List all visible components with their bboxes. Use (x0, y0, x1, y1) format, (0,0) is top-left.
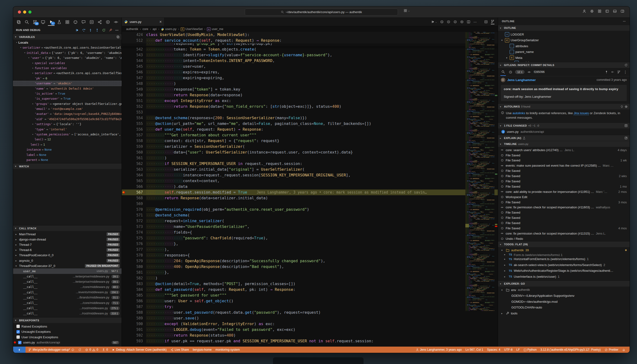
gitlens-section-header[interactable]: ▾GITLENS: INSPECT: COMMIT DETAILS (498, 62, 630, 68)
gutter-glyph-margin[interactable] (122, 327, 127, 332)
variable-row[interactable]: 'username'='akadmin' (13, 81, 122, 86)
code-line[interactable]: 574············fields={ (122, 230, 498, 235)
gutter-glyph-margin[interactable] (122, 58, 127, 64)
gutter-glyph-margin[interactable] (122, 270, 127, 275)
code-line[interactable]: 576············}, (122, 241, 498, 247)
commit-details-tab[interactable] (500, 68, 506, 76)
code-line[interactable]: 586········user: User = self.get_object(… (122, 298, 498, 304)
timeline-item[interactable]: File Saved (498, 168, 630, 174)
variable-row[interactable]: ▸serializer=<authentik.core.api.users.Us… (13, 70, 122, 76)
call-stack-thread[interactable]: ▸Thread-7PAUSED (13, 242, 122, 247)
gutter-glyph-margin[interactable] (122, 218, 127, 224)
autolinks-section-header[interactable]: ▾AUTOLINKS 0 found (498, 104, 630, 110)
gutter-glyph-margin[interactable] (122, 247, 127, 252)
gutter-glyph-margin[interactable] (122, 178, 127, 184)
gutter-glyph-margin[interactable] (122, 110, 127, 115)
statusbar-debug-session[interactable]: Debug: Attach Server Core (authentik) (110, 348, 168, 351)
gutter-glyph-margin[interactable] (122, 121, 127, 126)
statusbar-python-interpreter[interactable]: 3.12.8 ('authentik-xEAhpGPh-py3.12': Poe… (538, 348, 603, 351)
variable-row[interactable]: ▸function variables (13, 66, 122, 70)
breadcrumb-item-users-py[interactable]: users.py (161, 28, 176, 31)
statusbar-live-share[interactable]: Live Share (168, 348, 191, 351)
gutter-glyph-margin[interactable] (122, 132, 127, 138)
customize-layout-icon[interactable] (598, 9, 602, 13)
code-line[interactable]: 544················intent=TokenIntents.I… (122, 58, 498, 64)
toggle-panel-icon[interactable] (613, 9, 617, 13)
breadcrumb-item-userviewset[interactable]: CUserViewSet (181, 28, 203, 31)
timeline-item[interactable]: File Saved1 mo (498, 184, 630, 189)
changed-file-row[interactable]: ± users.py authentik/core/api (498, 128, 630, 135)
todos-section-header[interactable]: ▾TODOS: FLAT (39) (498, 241, 630, 247)
code-line[interactable]: 557········"""Get information about curr… (122, 132, 498, 138)
code-line[interactable]: 579············204: OpenApiResponse(desc… (122, 258, 498, 264)
statusbar-notifications-bell[interactable] (620, 348, 627, 351)
code-line[interactable]: 424class UserViewSet(UsedByMixin, ModelV… (122, 32, 498, 38)
gutter-glyph-margin[interactable] (122, 172, 127, 178)
breadcrumb-item-user_me[interactable]: muser_me (207, 28, 224, 31)
gutter-glyph-margin[interactable] (122, 46, 127, 52)
code-line[interactable]: 551········except IntegrityError as exc: (122, 98, 498, 104)
code-line[interactable]: 577········), (122, 247, 498, 252)
code-line[interactable]: 589············user.save() (122, 315, 498, 321)
timeline-item[interactable]: events: make sure password set event has… (498, 163, 630, 168)
code-line[interactable]: 572········request=inline_serializer( (122, 218, 498, 224)
gutter-glyph-margin[interactable] (122, 241, 127, 247)
breakpoint-row[interactable]: ✓Uncaught Exceptions (13, 329, 122, 335)
gutter-glyph-margin[interactable] (122, 275, 127, 281)
overflow-icon[interactable]: ⋮ (624, 70, 627, 74)
settings-gear-icon[interactable] (590, 9, 594, 13)
go-env-var[interactable]: GOMOD=~/dev/authentik/go.mod (498, 299, 630, 305)
activity-item-github[interactable] (72, 18, 79, 26)
code-line[interactable]: 545················user=user, (122, 64, 498, 69)
gutter-glyph-margin[interactable] (122, 281, 127, 287)
code-line[interactable]: 568········return Response(data=serializ… (122, 195, 498, 201)
timeline-item[interactable]: File Saved (498, 220, 630, 226)
breakpoint-row[interactable]: User Uncaught Exceptions (13, 334, 122, 340)
minimap[interactable]: token: Token = Token.objects.create( ide… (465, 32, 494, 346)
profile-button[interactable]: ⌄ (404, 9, 410, 12)
gutter-glyph-margin[interactable] (122, 98, 127, 104)
statusbar-prettier[interactable]: Prettier (603, 348, 620, 351)
code-line[interactable]: 555····@action(url_path="me", url_name="… (122, 121, 498, 126)
statusbar-encoding[interactable]: UTF-8 (502, 348, 514, 351)
gutter-glyph-margin[interactable] (122, 81, 127, 86)
breakpoint-row[interactable]: ✓users.pyauthentik/core/api567 (13, 340, 122, 346)
debug-more-actions-icon[interactable]: ⋯ (116, 28, 119, 32)
gutter-glyph-margin[interactable] (122, 195, 127, 201)
statusbar-eol[interactable]: LF (514, 348, 522, 351)
activity-item-live-share[interactable] (96, 18, 103, 26)
activity-item-comments[interactable] (80, 18, 87, 26)
activity-item-run-circle[interactable] (104, 18, 111, 26)
gutter-glyph-margin[interactable] (122, 321, 127, 327)
gutter-glyph-margin[interactable] (122, 104, 127, 110)
run-python-file-icon[interactable]: ⌄ (431, 20, 437, 24)
breadcrumb-item-core[interactable]: core (142, 28, 148, 31)
timeline-section-header[interactable]: ▾TIMELINE users.py (498, 141, 630, 147)
todo-item[interactable]: ▸TSHorizontalFormElement.ts (web/src/ele… (498, 256, 630, 262)
gutter-glyph-margin[interactable] (122, 38, 127, 44)
activity-item-testing[interactable] (56, 18, 63, 26)
timeline-item[interactable]: File Saved (498, 152, 630, 158)
variable-row[interactable]: ▸'groups'=<generator object UserSelfSeri… (13, 101, 122, 106)
code-line[interactable]: 581········}, (122, 270, 498, 275)
statusbar-language-mode[interactable]: { } Python (522, 348, 538, 351)
gutter-glyph-margin[interactable] (122, 86, 127, 92)
statusbar-sync-status[interactable] (76, 348, 83, 351)
variable-row[interactable]: 'uid'='49d24724dfa590a20fb5961e9c6673cd1… (13, 116, 122, 122)
variable-row[interactable]: 'is_superuser'=True (13, 96, 122, 101)
todo-item[interactable]: ▸TSWebAuthnAuthenticatorRegisterStage.ts… (498, 268, 630, 274)
outline-item-usergroupserializer[interactable]: ▾CUserGroupSerializer (498, 38, 630, 44)
breakpoints-section-header[interactable]: ▾BREAKPOINTS (13, 317, 122, 323)
jira-issues-link[interactable]: Jira issues (574, 111, 589, 115)
gutter-glyph-margin[interactable] (122, 184, 127, 190)
gutter-glyph-margin[interactable] (122, 304, 127, 310)
variable-row[interactable]: ▸'settings'={'locale': ''} (13, 122, 122, 126)
graph-icon[interactable] (617, 70, 620, 74)
close-window-button[interactable] (18, 10, 21, 14)
previous-change-icon[interactable] (440, 20, 444, 24)
code-line[interactable]: 563············serializer.initial_data["… (122, 166, 498, 172)
code-line[interactable]: 580············400: OpenApiResponse(desc… (122, 264, 498, 270)
code-line[interactable]: 585········"""Set password for user""" (122, 292, 498, 298)
activity-item-source-control[interactable]: 12 (32, 18, 38, 26)
variable-row[interactable]: 'avatar'='data:image/svg+xml;base64,PHN2… (13, 111, 122, 116)
